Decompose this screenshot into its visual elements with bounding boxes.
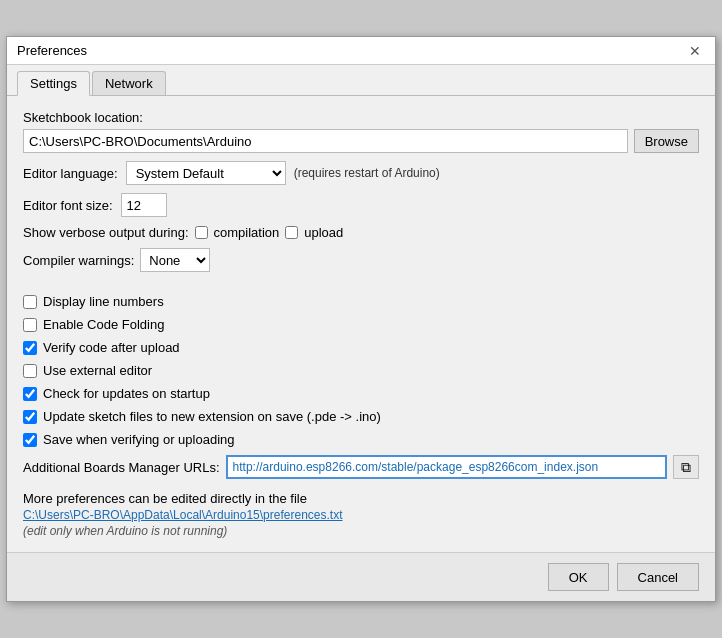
tabs-bar: Settings Network <box>7 65 715 96</box>
settings-content: Sketchbook location: Browse Editor langu… <box>7 96 715 552</box>
display-line-numbers-checkbox[interactable] <box>23 295 37 309</box>
checkbox-save-verifying: Save when verifying or uploading <box>23 432 699 447</box>
checkbox-update-sketch: Update sketch files to new extension on … <box>23 409 699 424</box>
check-updates-checkbox[interactable] <box>23 387 37 401</box>
sketchbook-label: Sketchbook location: <box>23 110 699 125</box>
save-verifying-checkbox[interactable] <box>23 433 37 447</box>
compiler-warnings-label: Compiler warnings: <box>23 253 134 268</box>
enable-code-folding-checkbox[interactable] <box>23 318 37 332</box>
dialog-footer: OK Cancel <box>7 552 715 601</box>
sketchbook-section: Sketchbook location: Browse <box>23 110 699 153</box>
more-prefs-intro: More preferences can be edited directly … <box>23 491 699 506</box>
upload-checkbox[interactable] <box>285 226 298 239</box>
checkbox-external-editor: Use external editor <box>23 363 699 378</box>
checkbox-check-updates: Check for updates on startup <box>23 386 699 401</box>
close-button[interactable]: ✕ <box>685 41 705 61</box>
preferences-dialog: Preferences ✕ Settings Network Sketchboo… <box>6 36 716 602</box>
compiler-warnings-row: Compiler warnings: None Default More All <box>23 248 699 272</box>
tab-network[interactable]: Network <box>92 71 166 95</box>
external-editor-checkbox[interactable] <box>23 364 37 378</box>
editor-language-select[interactable]: System Default <box>126 161 286 185</box>
tab-settings[interactable]: Settings <box>17 71 90 96</box>
ok-button[interactable]: OK <box>548 563 609 591</box>
checkbox-enable-code-folding: Enable Code Folding <box>23 317 699 332</box>
enable-code-folding-label: Enable Code Folding <box>43 317 164 332</box>
prefs-note: (edit only when Arduino is not running) <box>23 524 699 538</box>
browse-button[interactable]: Browse <box>634 129 699 153</box>
update-sketch-label: Update sketch files to new extension on … <box>43 409 381 424</box>
editor-language-label: Editor language: <box>23 166 118 181</box>
compilation-label: compilation <box>214 225 280 240</box>
open-list-icon-button[interactable]: ⧉ <box>673 455 699 479</box>
update-sketch-checkbox[interactable] <box>23 410 37 424</box>
language-hint: (requires restart of Arduino) <box>294 166 440 180</box>
sketchbook-path-input[interactable] <box>23 129 628 153</box>
verify-code-label: Verify code after upload <box>43 340 180 355</box>
external-editor-label: Use external editor <box>43 363 152 378</box>
more-prefs-section: More preferences can be edited directly … <box>23 491 699 538</box>
display-line-numbers-label: Display line numbers <box>43 294 164 309</box>
checkbox-display-line-numbers: Display line numbers <box>23 294 699 309</box>
compiler-warnings-select[interactable]: None Default More All <box>140 248 210 272</box>
verify-code-checkbox[interactable] <box>23 341 37 355</box>
additional-boards-row: Additional Boards Manager URLs: ⧉ <box>23 455 699 479</box>
sketchbook-input-row: Browse <box>23 129 699 153</box>
additional-boards-url-input[interactable] <box>226 455 667 479</box>
checkbox-verify-code: Verify code after upload <box>23 340 699 355</box>
save-verifying-label: Save when verifying or uploading <box>43 432 235 447</box>
additional-boards-label: Additional Boards Manager URLs: <box>23 460 220 475</box>
verbose-output-label: Show verbose output during: <box>23 225 189 240</box>
dialog-title: Preferences <box>17 43 87 58</box>
cancel-button[interactable]: Cancel <box>617 563 699 591</box>
prefs-file-path[interactable]: C:\Users\PC-BRO\AppData\Local\Arduino15\… <box>23 508 699 522</box>
font-size-input[interactable] <box>121 193 167 217</box>
verbose-output-row: Show verbose output during: compilation … <box>23 225 699 240</box>
editor-font-size-label: Editor font size: <box>23 198 113 213</box>
compilation-checkbox[interactable] <box>195 226 208 239</box>
editor-font-size-row: Editor font size: <box>23 193 699 217</box>
editor-language-row: Editor language: System Default (require… <box>23 161 699 185</box>
check-updates-label: Check for updates on startup <box>43 386 210 401</box>
title-bar: Preferences ✕ <box>7 37 715 65</box>
upload-label: upload <box>304 225 343 240</box>
